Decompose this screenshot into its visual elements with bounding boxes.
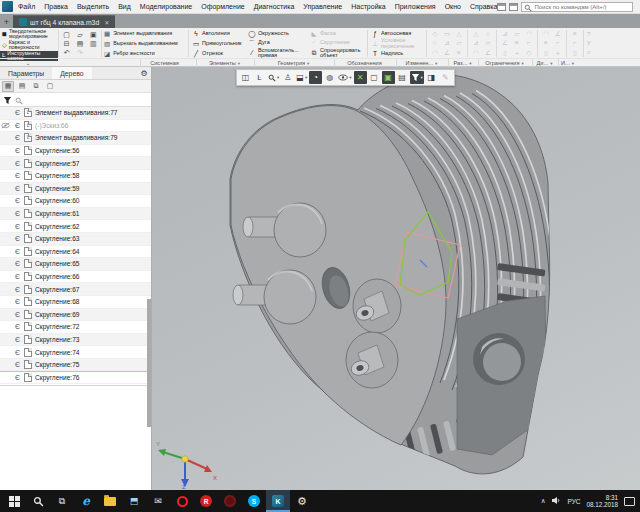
tool-button[interactable]: ▭Прямоугольник bbox=[192, 39, 242, 49]
print-icon[interactable]: ⊟ bbox=[64, 40, 70, 48]
tool-button[interactable]: TНадпись bbox=[371, 49, 423, 58]
display-mode-icon[interactable]: ⬓▾ bbox=[295, 71, 308, 84]
menu-item[interactable]: Файл bbox=[18, 3, 35, 10]
snap-icon[interactable]: ▣ bbox=[382, 71, 395, 84]
filter-icon[interactable] bbox=[3, 91, 12, 109]
tree-item[interactable]: ЄСкругление:73 bbox=[0, 334, 151, 347]
tool-button[interactable]: ╱Отрезок bbox=[192, 48, 242, 58]
element-tool-button[interactable]: ◪Ребро жесткости bbox=[104, 48, 186, 58]
tab-close-icon[interactable]: ✕ bbox=[104, 19, 109, 26]
skype-icon[interactable]: S bbox=[242, 490, 266, 512]
group-label[interactable]: Обозначения bbox=[334, 59, 394, 67]
element-tool-button[interactable]: ▧Вырезать выдавливанием bbox=[104, 39, 186, 49]
store-icon[interactable]: ⬒ bbox=[122, 490, 146, 512]
darkred-app-icon[interactable] bbox=[218, 490, 242, 512]
mail-icon[interactable]: ✉ bbox=[146, 490, 170, 512]
tree-item[interactable]: ЄСкругление:68 bbox=[0, 296, 151, 309]
group-label[interactable]: Ограничения▾ bbox=[478, 59, 530, 67]
new-tab-button[interactable]: + bbox=[0, 15, 13, 28]
settings-icon[interactable]: ⚙ bbox=[290, 490, 314, 512]
new-document-icon[interactable]: ▢ bbox=[63, 31, 70, 39]
layout-windows-icon[interactable] bbox=[509, 3, 518, 11]
zoom-icon[interactable]: ▾ bbox=[267, 71, 280, 84]
tree-item[interactable]: ЄСкругление:62 bbox=[0, 220, 151, 233]
tree-scrollbar[interactable] bbox=[147, 299, 151, 427]
tree-area-icon[interactable]: ▢ bbox=[44, 81, 56, 92]
tree-item[interactable]: ЄСкругление:65 bbox=[0, 258, 151, 271]
sketch-plane-icon[interactable]: Ŀ bbox=[253, 71, 266, 84]
menu-item[interactable]: Окно bbox=[445, 3, 461, 10]
redo-icon[interactable]: ↷ bbox=[77, 49, 83, 57]
tab-parameters[interactable]: Параметры bbox=[0, 67, 52, 79]
tree-item[interactable]: ЄĿЭлемент выдавливания:79 bbox=[0, 132, 151, 145]
undo-icon[interactable]: ↶ bbox=[64, 49, 70, 57]
search-button[interactable] bbox=[26, 490, 50, 512]
group-label[interactable]: Геометрия▾ bbox=[254, 59, 332, 67]
tree-copy-icon[interactable]: ⧉ bbox=[30, 81, 42, 92]
group-label[interactable]: Системная bbox=[140, 59, 188, 67]
tree-item[interactable]: ЄСкругление:67 bbox=[0, 283, 151, 296]
group-label[interactable]: Ди...▾ bbox=[532, 59, 556, 67]
visibility-icon[interactable]: ▾ bbox=[337, 71, 352, 84]
mode-button[interactable]: ◇Каркас и поверхности bbox=[0, 40, 58, 51]
tree-item[interactable]: ЄСкругление:72 bbox=[0, 321, 151, 334]
notification-center-icon[interactable] bbox=[624, 497, 635, 506]
split-view-icon[interactable]: ◫ bbox=[239, 71, 252, 84]
menu-item[interactable]: Моделирование bbox=[140, 3, 192, 10]
keyboard-icon[interactable]: ⌗ bbox=[587, 49, 591, 56]
tree-item[interactable]: ЄСкругление:56 bbox=[0, 145, 151, 158]
file-explorer-icon[interactable] bbox=[98, 490, 122, 512]
volume-icon[interactable] bbox=[551, 496, 561, 506]
tree-item[interactable]: ЄĿ(-)Эскиз:66 bbox=[0, 120, 151, 133]
start-button[interactable] bbox=[2, 490, 26, 512]
menu-item[interactable]: Вид bbox=[118, 3, 131, 10]
language-indicator[interactable]: РУС bbox=[567, 498, 580, 505]
help-icon[interactable]: ? bbox=[587, 31, 591, 37]
ribbon-collapse-icon[interactable]: ⌄ bbox=[18, 59, 38, 67]
opera-icon[interactable] bbox=[170, 490, 194, 512]
tree-item[interactable]: ЄСкругление:75 bbox=[0, 359, 151, 372]
save-document-icon[interactable]: ▣ bbox=[90, 31, 97, 39]
tree-item[interactable]: ЄСкругление:63 bbox=[0, 233, 151, 246]
edge-icon[interactable]: e bbox=[74, 490, 98, 512]
tree-item[interactable]: ЄСкругление:69 bbox=[0, 309, 151, 322]
clock[interactable]: 8:31 08.12.2018 bbox=[586, 494, 618, 509]
group-label[interactable]: Раз...▾ bbox=[448, 59, 476, 67]
orientation-icon[interactable]: ♙ bbox=[281, 71, 294, 84]
group-label[interactable]: И...▾ bbox=[558, 59, 576, 67]
menu-item[interactable]: Диагностика bbox=[254, 3, 295, 10]
rebuild-icon[interactable]: ✕ bbox=[354, 71, 367, 84]
tree-item[interactable]: ЄСкругление:66 bbox=[0, 271, 151, 284]
tool-button[interactable]: ⧉Спроецировать объект bbox=[310, 48, 364, 58]
tool-button[interactable]: ◯Окружность bbox=[248, 29, 304, 38]
tree-item[interactable]: ЄСкругление:74 bbox=[0, 346, 151, 359]
menu-item[interactable]: Приложения bbox=[395, 3, 436, 10]
menu-item[interactable]: Оформление bbox=[201, 3, 244, 10]
menu-item[interactable]: Выделить bbox=[77, 3, 109, 10]
viewport-3d[interactable]: ◫Ŀ▾♙⬓▾◔◍▾✕▢▣▤▾◨✎ bbox=[152, 67, 640, 490]
print-preview-icon[interactable]: ▤ bbox=[77, 40, 84, 48]
menu-item[interactable]: Справка bbox=[470, 3, 497, 10]
shaded-view-icon[interactable]: ◔ bbox=[309, 71, 322, 84]
tree-item[interactable]: ЄСкругление:58 bbox=[0, 170, 151, 183]
command-search[interactable] bbox=[521, 2, 633, 12]
tree-item[interactable]: ЄСкругление:76 bbox=[0, 371, 151, 384]
export-icon[interactable]: ▥ bbox=[90, 40, 97, 48]
tree-item[interactable]: ЄСкругление:57 bbox=[0, 157, 151, 170]
tree-item[interactable]: ЄСкругление:64 bbox=[0, 246, 151, 259]
tree-search-input[interactable] bbox=[26, 97, 148, 103]
open-document-icon[interactable]: ▱ bbox=[77, 31, 82, 39]
component-icon[interactable]: ▢ bbox=[368, 71, 381, 84]
layout-window-icon[interactable] bbox=[497, 3, 506, 11]
tool-button[interactable]: ϟАвтолиния bbox=[192, 29, 242, 39]
section-view-icon[interactable]: ◨ bbox=[425, 71, 438, 84]
minimize-button[interactable]: – bbox=[636, 1, 640, 12]
filter-icon[interactable]: ▾ bbox=[410, 71, 424, 84]
menu-item[interactable]: Правка bbox=[44, 3, 68, 10]
red-app-icon[interactable]: R bbox=[194, 490, 218, 512]
document-tab[interactable]: шт гбц 4 клапана.m3d ✕ bbox=[13, 15, 115, 28]
tree-item[interactable]: ЄСкругление:60 bbox=[0, 195, 151, 208]
layers-icon[interactable]: ▤ bbox=[396, 71, 409, 84]
element-tool-button[interactable]: ▦Элемент выдавливания bbox=[104, 29, 186, 39]
menu-item[interactable]: Настройка bbox=[351, 3, 385, 10]
